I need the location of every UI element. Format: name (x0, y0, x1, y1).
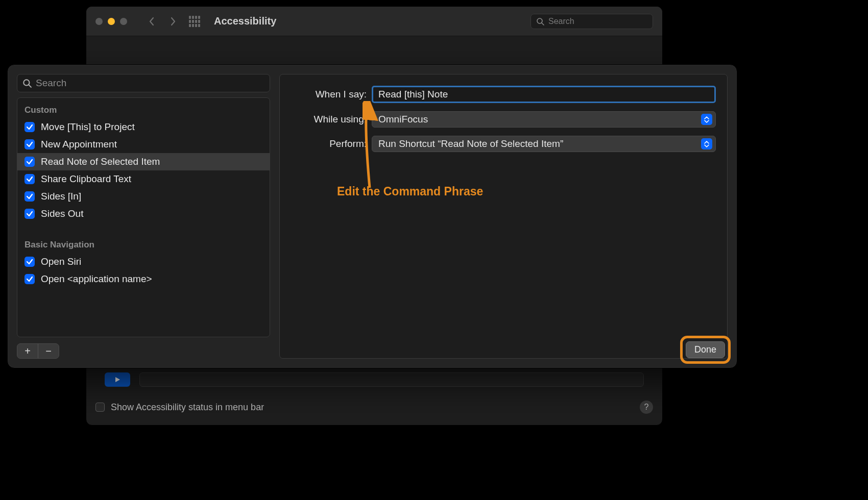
command-checkbox[interactable] (25, 257, 35, 267)
voice-control-play-button[interactable] (105, 372, 130, 387)
check-icon (26, 276, 33, 283)
close-window-button[interactable] (95, 18, 103, 25)
check-icon (26, 141, 33, 148)
perform-label: Perform: (291, 138, 372, 149)
commands-search[interactable] (17, 74, 270, 92)
add-command-button[interactable]: + (17, 344, 38, 358)
search-icon (536, 17, 544, 26)
when-i-say-input[interactable] (372, 86, 716, 103)
help-button[interactable]: ? (640, 401, 653, 414)
when-i-say-row: When I say: (291, 86, 716, 103)
toolbar-search[interactable] (531, 14, 653, 29)
window-title: Accessibility (214, 15, 276, 27)
commands-left-panel: Custom Move [This] to Project New Appoin… (17, 74, 270, 359)
command-label: Open <application name> (41, 273, 152, 285)
bg-status-row: Show Accessibility status in menu bar ? (95, 401, 653, 414)
window-toolbar: Accessibility (86, 7, 662, 36)
check-icon (26, 176, 33, 183)
command-label: Sides [In] (41, 191, 81, 202)
command-label: Move [This] to Project (41, 121, 135, 133)
command-checkbox[interactable] (25, 274, 35, 284)
command-item[interactable]: Share Clipboard Text (17, 170, 270, 188)
command-item[interactable]: Open Siri (17, 253, 270, 270)
add-remove-segment: + − (17, 343, 59, 359)
command-item[interactable]: Move [This] to Project (17, 118, 270, 136)
command-item[interactable]: Open <application name> (17, 270, 270, 288)
command-checkbox[interactable] (25, 122, 35, 132)
while-using-label: While using: (291, 114, 372, 125)
section-header-custom: Custom (17, 101, 270, 118)
command-label: New Appointment (41, 139, 117, 150)
minimize-window-button[interactable] (108, 18, 115, 25)
grid-icon (189, 16, 200, 27)
chevron-right-icon (170, 17, 177, 26)
nav-back-button[interactable] (144, 14, 159, 29)
check-icon (26, 123, 33, 131)
status-label: Show Accessibility status in menu bar (111, 402, 264, 413)
command-label: Sides Out (41, 208, 83, 219)
section-header-basic-navigation: Basic Navigation (17, 236, 270, 253)
commands-list: Custom Move [This] to Project New Appoin… (17, 97, 270, 337)
done-button[interactable]: Done (686, 341, 725, 358)
command-checkbox[interactable] (25, 209, 35, 219)
command-label: Open Siri (41, 256, 81, 267)
svg-line-1 (542, 23, 544, 25)
toolbar-search-input[interactable] (548, 17, 647, 26)
window-controls (95, 18, 127, 25)
popup-arrows-icon (701, 138, 712, 149)
search-icon (22, 79, 32, 88)
perform-value: Run Shortcut “Read Note of Selected Item… (378, 138, 563, 149)
check-icon (26, 258, 33, 265)
command-label: Share Clipboard Text (41, 173, 131, 185)
commands-scroll[interactable]: Custom Move [This] to Project New Appoin… (17, 98, 270, 337)
commands-sheet: Custom Move [This] to Project New Appoin… (7, 64, 737, 368)
command-checkbox[interactable] (25, 191, 35, 202)
status-checkbox[interactable] (95, 403, 105, 412)
while-using-value: OmniFocus (378, 114, 428, 125)
nav-forward-button[interactable] (166, 14, 180, 29)
bg-partial-field (139, 372, 644, 387)
annotation-highlight-done: Done (680, 336, 731, 364)
while-using-row: While using: OmniFocus (291, 111, 716, 128)
command-item[interactable]: Sides [In] (17, 188, 270, 205)
check-icon (26, 158, 33, 165)
command-detail-panel: When I say: While using: OmniFocus Perfo… (279, 74, 728, 359)
command-item-selected[interactable]: Read Note of Selected Item (17, 153, 270, 170)
command-item[interactable]: Sides Out (17, 205, 270, 222)
question-icon: ? (644, 403, 649, 412)
command-checkbox[interactable] (25, 157, 35, 167)
remove-command-button[interactable]: − (38, 344, 59, 358)
show-all-button[interactable] (187, 14, 202, 29)
svg-line-3 (29, 85, 31, 87)
bg-partial-row (105, 372, 644, 387)
perform-popup[interactable]: Run Shortcut “Read Note of Selected Item… (372, 136, 716, 152)
zoom-window-button[interactable] (120, 18, 127, 25)
check-icon (26, 193, 33, 200)
command-checkbox[interactable] (25, 139, 35, 149)
play-icon (114, 377, 120, 383)
command-label: Read Note of Selected Item (41, 156, 160, 167)
when-i-say-label: When I say: (291, 89, 372, 100)
chevron-left-icon (148, 17, 155, 26)
check-icon (26, 210, 33, 217)
commands-search-input[interactable] (36, 78, 264, 89)
perform-row: Perform: Run Shortcut “Read Note of Sele… (291, 136, 716, 152)
command-checkbox[interactable] (25, 174, 35, 184)
while-using-popup[interactable]: OmniFocus (372, 111, 716, 128)
popup-arrows-icon (701, 114, 712, 125)
commands-list-footer: + − (17, 343, 270, 359)
command-item[interactable]: New Appointment (17, 136, 270, 153)
